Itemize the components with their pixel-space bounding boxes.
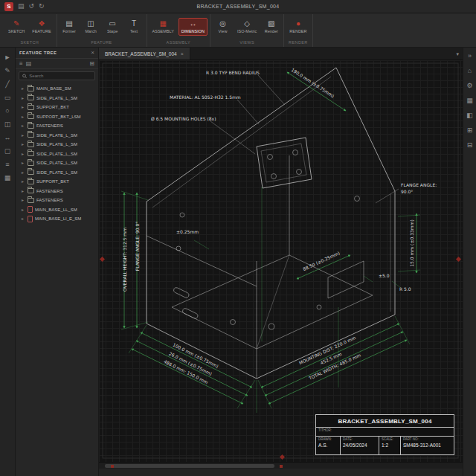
tab-bracket-assembly[interactable]: BRACKET_ASSEMBLY_SM_004 ×: [99, 48, 190, 60]
tree-item-label: FASTENERS: [36, 198, 63, 202]
tree-item[interactable]: ▸SIDE_PLATE_L_SM: [16, 94, 98, 103]
ribbon-button-assembly[interactable]: ▦ ASSEMBLY: [149, 18, 177, 36]
tree-item[interactable]: ▸SIDE_PLATE_L_SM: [16, 140, 98, 149]
tree-list-icon[interactable]: ≡: [19, 61, 23, 67]
title-block-part-cell: PART NO: SM485-312-A001: [401, 437, 454, 454]
tree-item[interactable]: ▸SIDE_PLATE_L_SM: [16, 168, 98, 178]
note-tool-icon[interactable]: ▢: [4, 148, 11, 155]
tab-close-icon[interactable]: ×: [181, 51, 184, 57]
document-tab-bar: BRACKET_ASSEMBLY_SM_004 × ▾: [99, 48, 463, 60]
horizontal-scrollbar[interactable]: [99, 462, 463, 469]
search-box[interactable]: [19, 71, 95, 80]
chevron-right-icon[interactable]: ▸: [22, 179, 25, 184]
tree-item[interactable]: ▸SUPPORT_BKT: [16, 103, 98, 112]
chevron-right-icon[interactable]: ▸: [22, 208, 25, 212]
home-view-icon[interactable]: ⌂: [468, 68, 472, 74]
grid-tool-icon[interactable]: ▦: [4, 175, 11, 181]
chevron-right-icon[interactable]: ▸: [22, 123, 25, 128]
tree-item[interactable]: ▸FASTENERS: [16, 121, 98, 131]
menu-icon[interactable]: ▤: [18, 3, 25, 10]
dim-overall-height: OVERALL HEIGHT: 312.5 mm: [122, 228, 127, 292]
select-tool-icon[interactable]: ►: [4, 54, 11, 61]
chevron-right-icon[interactable]: ▸: [22, 115, 25, 119]
chevron-right-icon[interactable]: ▸: [22, 105, 25, 109]
tree-item[interactable]: ▸SUPPORT_BKT_LSM: [16, 112, 98, 122]
undo-icon[interactable]: ↺: [29, 3, 35, 10]
tree-item-label: SIDE_PLATE_L_SM: [36, 152, 77, 156]
chevron-right-icon[interactable]: ▸: [22, 161, 25, 165]
view-icon: ◎: [219, 20, 226, 28]
ribbon-button-dimension[interactable]: ↔ DIMENSION: [178, 18, 208, 36]
dim-tolerance-center: ±0.25mm: [176, 229, 199, 234]
chevron-right-icon[interactable]: ▸: [22, 96, 25, 100]
pencil-tool-icon[interactable]: ✎: [4, 68, 10, 74]
tree-item[interactable]: ▸FASTENERS: [16, 187, 98, 196]
folder-icon: [28, 151, 34, 156]
tree-item-label: SIDE_PLATE_L_SM: [36, 133, 77, 138]
ribbon-button-stape[interactable]: ▭ Stape: [103, 18, 123, 36]
line-tool-icon[interactable]: ╱: [5, 81, 9, 88]
split-view-icon[interactable]: ◧: [466, 112, 473, 119]
chevron-right-icon[interactable]: ▸: [22, 216, 25, 221]
layers-tool-icon[interactable]: ≡: [5, 161, 9, 168]
title-block-date-cell: DATE: 24/05/2024: [341, 437, 379, 454]
ribbon-button-sketch[interactable]: ✎ SKETCH: [5, 18, 28, 36]
feature-tree-panel: FEATURE TREE × ≡ ▤ ⊞ ▸MAIN_BASE_SM ▸SIDE…: [16, 48, 99, 476]
tree-item[interactable]: ▸MAIN_BASE_SM: [16, 84, 98, 94]
ribbon-button-render[interactable]: ● RENDER: [286, 18, 309, 36]
tab-overflow-chevron-icon[interactable]: ▾: [456, 51, 459, 57]
ribbon-button-text[interactable]: T Text: [124, 18, 144, 36]
chevron-right-icon[interactable]: ▸: [22, 189, 25, 193]
chevron-right-icon[interactable]: ▸: [22, 170, 25, 175]
rectangle-tool-icon[interactable]: ▭: [4, 94, 11, 101]
folder-icon: [28, 188, 34, 193]
feature-tree-toolbar: ≡ ▤ ⊞: [16, 59, 98, 69]
search-input[interactable]: [29, 74, 91, 78]
tree-item-label: SUPPORT_BKT_LSM: [36, 115, 81, 119]
ribbon-button-label: View: [219, 29, 228, 33]
scrollbar-thumb[interactable]: [105, 464, 274, 468]
ribbon-group-assembly: ▦ ASSEMBLY ↔ DIMENSION ASSEMBLY: [147, 14, 210, 47]
circle-tool-icon[interactable]: ○: [5, 108, 9, 115]
tree-item[interactable]: ▸SIDE_PLATE_L_SM: [16, 158, 98, 168]
feature-tree-list: ▸MAIN_BASE_SM ▸SIDE_PLATE_L_SM ▸SUPPORT_…: [16, 83, 98, 224]
tree-item[interactable]: ▸MAIN_BASE_LL_SM: [16, 205, 98, 215]
tree-item[interactable]: ▸FASTENERS: [16, 196, 98, 205]
status-bar: [99, 469, 463, 476]
ribbon-button-feature[interactable]: ❖ FEATURE: [29, 18, 54, 36]
title-block-drawn-cell: DRAWN: A.S.: [316, 437, 341, 454]
tree-item[interactable]: ▸SUPPORT_BKT: [16, 177, 98, 187]
ribbon-button-render-view[interactable]: ▧ Render: [261, 18, 281, 36]
tree-item[interactable]: ▸SIDE_PLATE_L_SM: [16, 149, 98, 159]
zoom-in-icon[interactable]: ⊞: [467, 127, 473, 134]
tree-item[interactable]: ▸SIDE_PLATE_L_SM: [16, 131, 98, 141]
chevron-right-icon[interactable]: ▸: [22, 142, 25, 147]
tree-item[interactable]: ▸MAIN_BASE_LI_E_SM: [16, 214, 98, 224]
ribbon-button-former[interactable]: ▤ Former: [60, 18, 80, 36]
right-tool-strip: » ⌂ ⚙ ▦ ◧ ⊞ ⊟: [463, 48, 476, 476]
chevron-right-icon[interactable]: ▸: [22, 86, 25, 91]
ribbon-group-label: SKETCH: [5, 39, 54, 47]
ribbon-button-march[interactable]: ◫ March: [81, 18, 101, 36]
ribbon-button-view[interactable]: ◎ View: [213, 18, 233, 36]
sheet-border: [103, 63, 458, 458]
dimension-tool-icon[interactable]: ↔: [4, 135, 11, 141]
app-logo-icon[interactable]: S: [4, 2, 13, 11]
chevron-right-icon[interactable]: ▸: [22, 133, 25, 138]
mirror-tool-icon[interactable]: ◫: [4, 121, 11, 128]
close-icon[interactable]: ×: [91, 50, 94, 56]
chevron-right-icon[interactable]: ▸: [22, 152, 25, 156]
chevron-right-icon[interactable]: ▸: [22, 198, 25, 202]
zoom-out-icon[interactable]: ⊟: [467, 142, 473, 149]
tree-detail-icon[interactable]: ▤: [26, 61, 32, 67]
view-grid-icon[interactable]: ▦: [466, 97, 473, 104]
dim-top-edge: 190.0 mm (±0.75mm): [290, 67, 335, 99]
ribbon-button-label: ISO-Metric: [237, 29, 257, 33]
author-label: TITHOR:: [318, 428, 332, 432]
redo-icon[interactable]: ↻: [39, 3, 45, 10]
drawing-canvas[interactable]: R 3.0 TYP BEND RADIUS MATERIAL: AL 5052-…: [99, 60, 463, 462]
settings-gear-icon[interactable]: ⚙: [466, 83, 472, 89]
ribbon-button-iso-metric[interactable]: ◇ ISO-Metric: [234, 18, 260, 36]
expand-panel-icon[interactable]: »: [468, 53, 472, 60]
tree-expand-icon[interactable]: ⊞: [89, 61, 94, 67]
